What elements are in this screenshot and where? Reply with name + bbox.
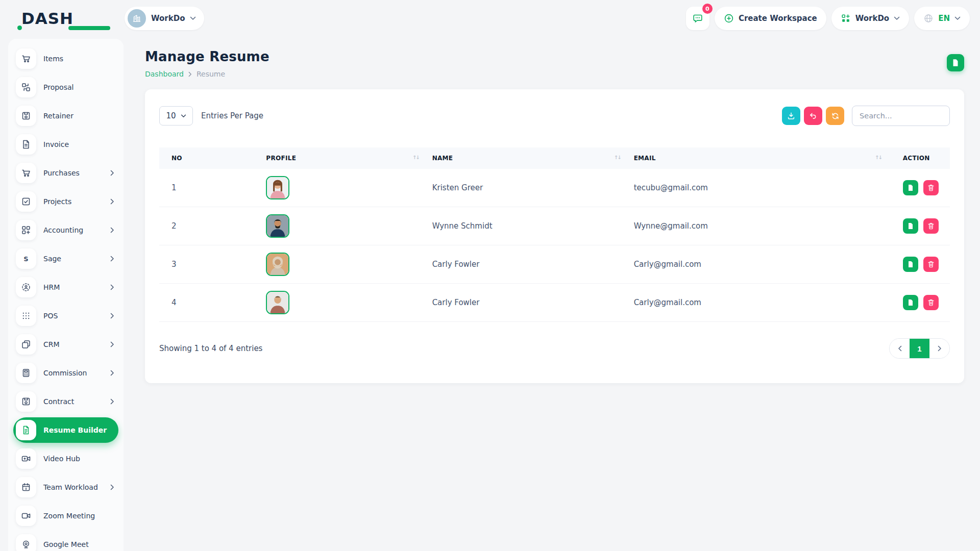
- resume-name: Carly Fowler: [428, 284, 630, 322]
- pagination: 1: [889, 338, 950, 359]
- sort-icon[interactable]: ↑↓: [614, 155, 621, 160]
- sidebar-item-google-meet[interactable]: Google Meet: [13, 532, 118, 551]
- chevron-right-icon: [110, 256, 114, 262]
- messages-button[interactable]: 0: [686, 7, 709, 30]
- sidebar-item-label: POS: [43, 312, 58, 320]
- resume-table: NO PROFILE↑↓ NAME↑↓ EMAIL↑↓ ACTION 1: [159, 147, 950, 322]
- row-number: 2: [159, 207, 262, 245]
- page-1-button[interactable]: 1: [910, 339, 929, 358]
- reset-button[interactable]: [804, 107, 822, 125]
- workspace-name: WorkDo: [151, 14, 185, 23]
- sidebar-item-items[interactable]: Items: [13, 46, 118, 71]
- sidebar-item-label: Accounting: [43, 226, 83, 234]
- sidebar-item-purchases[interactable]: Purchases: [13, 160, 118, 186]
- workspace-selector[interactable]: WorkDo: [125, 7, 204, 30]
- delete-resume-button[interactable]: [923, 180, 939, 195]
- sidebar-item-hrm[interactable]: HRM: [13, 274, 118, 300]
- sidebar-item-label: Sage: [43, 255, 61, 263]
- sidebar-item-label: Video Hub: [43, 455, 80, 463]
- chat-icon: [692, 13, 703, 24]
- dots-grid-icon: [16, 306, 36, 326]
- overlap-squares-icon: [16, 334, 36, 355]
- view-resume-button[interactable]: [903, 180, 918, 195]
- sidebar-item-video-hub[interactable]: Video Hub: [13, 446, 118, 471]
- sidebar-item-pos[interactable]: POS: [13, 303, 118, 329]
- sidebar-item-retainer[interactable]: Retainer: [13, 103, 118, 129]
- plus-circle-icon: [724, 13, 734, 23]
- profile-avatar: [266, 253, 289, 276]
- chevron-down-icon: [190, 16, 196, 20]
- reload-button[interactable]: [826, 107, 844, 125]
- brand-logo[interactable]: DASH: [13, 9, 125, 28]
- sidebar-item-label: Retainer: [43, 112, 74, 120]
- language-code: EN: [938, 14, 950, 23]
- document-icon: [951, 58, 960, 67]
- create-workspace-label: Create Workspace: [739, 14, 817, 23]
- video-plus-icon: [16, 448, 36, 469]
- document-icon: [906, 222, 915, 230]
- chevron-right-icon: [188, 71, 192, 77]
- chevron-left-icon: [898, 345, 902, 352]
- proposal-icon: [16, 77, 36, 97]
- language-selector[interactable]: EN: [914, 7, 970, 30]
- profile-avatar: [266, 176, 289, 199]
- sidebar-item-zoom-meeting[interactable]: Zoom Meeting: [13, 503, 118, 529]
- view-resume-button[interactable]: [903, 218, 918, 234]
- save-icon: [16, 106, 36, 126]
- create-workspace-button[interactable]: Create Workspace: [715, 7, 826, 30]
- topbar-actions: 0 Create Workspace WorkDo EN: [686, 7, 970, 30]
- entries-per-page-value: 10: [166, 111, 176, 120]
- topbar: DASH WorkDo 0 Create Workspace WorkDo EN: [0, 0, 980, 37]
- previous-page-button[interactable]: [890, 339, 910, 358]
- entries-per-page-select[interactable]: 10: [159, 106, 193, 126]
- sidebar-item-label: Purchases: [43, 169, 80, 177]
- view-resume-button[interactable]: [903, 295, 918, 310]
- resume-email: Carly@gmail.com: [630, 245, 891, 284]
- column-header-profile: PROFILE: [266, 155, 296, 162]
- sort-icon[interactable]: ↑↓: [875, 155, 881, 160]
- sidebar-item-label: Contract: [43, 397, 74, 406]
- chevron-right-icon: [110, 313, 114, 319]
- sidebar-item-accounting[interactable]: Accounting: [13, 217, 118, 243]
- delete-resume-button[interactable]: [923, 295, 939, 310]
- sidebar-item-sage[interactable]: S Sage: [13, 246, 118, 271]
- workdo-menu-button[interactable]: WorkDo: [831, 7, 909, 30]
- profile-avatar: [266, 291, 289, 314]
- sort-icon[interactable]: ↑↓: [412, 155, 419, 160]
- sidebar-item-label: CRM: [43, 340, 60, 348]
- row-number: 3: [159, 245, 262, 284]
- resume-table-card: 10 Entries Per Page NO: [145, 89, 964, 383]
- create-resume-button[interactable]: [947, 54, 964, 71]
- sidebar-item-contract[interactable]: Contract: [13, 389, 118, 414]
- sidebar-item-crm[interactable]: CRM: [13, 332, 118, 357]
- sidebar-item-label: Projects: [43, 197, 71, 206]
- sidebar-item-team-workload[interactable]: Team Workload: [13, 474, 118, 500]
- messages-badge: 0: [702, 4, 713, 14]
- resume-name: Kristen Greer: [428, 169, 630, 207]
- sidebar-item-resume-builder[interactable]: Resume Builder: [13, 417, 118, 443]
- sidebar-item-commission[interactable]: Commission: [13, 360, 118, 386]
- export-button[interactable]: [782, 107, 800, 125]
- delete-resume-button[interactable]: [923, 218, 939, 234]
- undo-icon: [808, 111, 818, 120]
- sidebar-item-projects[interactable]: Projects: [13, 189, 118, 214]
- sidebar: Items Proposal Retainer Invoice Purchase…: [8, 39, 124, 551]
- logo-text: DASH: [13, 9, 74, 28]
- search-input[interactable]: [852, 106, 950, 126]
- breadcrumb-dashboard-link[interactable]: Dashboard: [145, 70, 184, 78]
- sidebar-item-invoice[interactable]: Invoice: [13, 132, 118, 157]
- next-page-button[interactable]: [929, 339, 949, 358]
- sidebar-item-label: Commission: [43, 369, 87, 377]
- sidebar-item-label: Zoom Meeting: [43, 512, 95, 520]
- main-content: Manage Resume Dashboard Resume 10 Entrie…: [145, 37, 964, 383]
- view-resume-button[interactable]: [903, 257, 918, 272]
- logo-dash-icon: [68, 26, 110, 30]
- webcam-icon: [16, 534, 36, 551]
- workspace-building-icon: [128, 9, 146, 28]
- breadcrumb: Dashboard Resume: [145, 70, 270, 78]
- sidebar-item-label: Proposal: [43, 83, 74, 91]
- sidebar-item-label: Invoice: [43, 140, 69, 148]
- save-icon: [16, 391, 36, 412]
- delete-resume-button[interactable]: [923, 257, 939, 272]
- sidebar-item-proposal[interactable]: Proposal: [13, 74, 118, 100]
